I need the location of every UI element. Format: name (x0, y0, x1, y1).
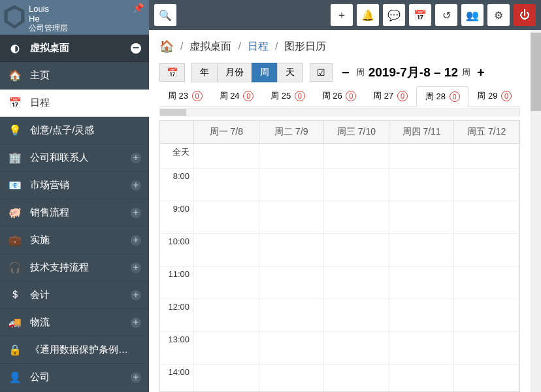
calendar-cell[interactable] (454, 201, 519, 234)
calendar-button[interactable]: 📅 (409, 4, 431, 26)
week-tab[interactable]: 周 25 0 (262, 86, 314, 106)
week-tab[interactable]: 周 23 0 (159, 86, 211, 106)
notifications-button[interactable]: 🔔 (357, 4, 379, 26)
view-day-button[interactable]: 天 (277, 63, 303, 82)
calendar-cell[interactable] (454, 332, 519, 365)
user-sub: He (29, 14, 142, 24)
power-button[interactable]: ⏻ (514, 4, 536, 26)
calendar-cell[interactable] (454, 234, 519, 267)
history-button[interactable]: ↺ (435, 4, 457, 26)
calendar-cell[interactable] (194, 365, 259, 391)
collapse-icon[interactable]: – (131, 43, 141, 54)
sidebar-item-person[interactable]: 👤公司+ (0, 364, 149, 391)
sidebar-item-piggy[interactable]: 🐖销售流程+ (0, 199, 149, 227)
calendar-cell[interactable] (259, 267, 325, 299)
sidebar-item-calendar[interactable]: 📅日程 (0, 90, 149, 117)
hour-row: 10:00 (160, 234, 519, 267)
week-tab[interactable]: 周 28 0 (416, 86, 469, 107)
sidebar-item-case[interactable]: 💼实施+ (0, 227, 149, 254)
breadcrumb: 🏠 / 虚拟桌面 / 日程 / 图形日历 (159, 39, 520, 54)
calendar-cell[interactable] (259, 144, 325, 169)
breadcrumb-root[interactable]: 虚拟桌面 (189, 40, 231, 54)
sidebar-item-truck[interactable]: 🚚物流+ (0, 309, 149, 336)
vertical-scrollbar[interactable] (531, 30, 541, 392)
calendar-cell[interactable] (389, 144, 455, 169)
calendar-cell[interactable] (259, 169, 325, 201)
view-week-button[interactable]: 周 (252, 63, 278, 82)
range-prev[interactable]: − (339, 65, 352, 80)
expand-icon[interactable]: + (131, 263, 141, 273)
sidebar-item-building[interactable]: 🏢公司和联系人+ (0, 144, 149, 172)
calendar-cell[interactable] (259, 234, 325, 267)
calendar-cell[interactable] (389, 267, 455, 299)
calendar-cell[interactable] (389, 365, 455, 391)
calendar-cell[interactable] (324, 234, 389, 267)
calendar-cell[interactable] (194, 201, 259, 234)
calendar-cell[interactable] (259, 332, 325, 365)
sidebar-header-virtual-desktop[interactable]: ◐ 虚拟桌面 – (0, 35, 149, 62)
calendar-cell[interactable] (324, 144, 389, 169)
search-button[interactable]: 🔍 (154, 4, 176, 26)
week-tab[interactable]: 周 24 0 (211, 86, 263, 106)
calendar-cell[interactable] (194, 169, 259, 201)
chat-button[interactable]: 💬 (383, 4, 405, 26)
week-tab[interactable]: 周 26 0 (314, 86, 365, 106)
view-month-button[interactable]: 月份 (217, 63, 252, 82)
week-tab-label: 周 28 (425, 91, 446, 101)
add-button[interactable]: ＋ (331, 4, 353, 26)
calendar-cell[interactable] (389, 332, 455, 365)
tasks-toggle-button[interactable]: ☑ (310, 63, 333, 82)
calendar-cell[interactable] (194, 332, 259, 365)
calendar-cell[interactable] (389, 169, 455, 201)
calendar-cell[interactable] (194, 267, 259, 299)
expand-icon[interactable]: + (131, 180, 141, 191)
calendar-cell[interactable] (259, 201, 325, 234)
calendar-cell[interactable] (324, 365, 389, 391)
calendar-cell[interactable] (454, 365, 519, 391)
calendar-cell[interactable] (454, 267, 519, 299)
sidebar-item-dollar[interactable]: ＄会计+ (0, 282, 149, 309)
expand-icon[interactable]: + (131, 318, 141, 328)
calendar-cell[interactable] (194, 144, 259, 169)
sidebar-item-bulb[interactable]: 💡创意/点子/灵感 (0, 117, 149, 144)
vertical-scrollbar-thumb[interactable] (531, 33, 541, 111)
home-icon[interactable]: 🏠 (159, 39, 174, 54)
calendar-cell[interactable] (454, 144, 519, 169)
breadcrumb-mid[interactable]: 日程 (248, 40, 269, 54)
users-button[interactable]: 👥 (461, 4, 484, 26)
expand-icon[interactable]: + (131, 235, 141, 246)
calendar-cell[interactable] (324, 169, 389, 201)
calendar-cell[interactable] (259, 299, 325, 332)
calendar-cell[interactable] (194, 234, 259, 267)
week-tab[interactable]: 周 27 0 (365, 86, 416, 106)
calendar-cell[interactable] (324, 332, 389, 365)
calendar-icon-button[interactable]: 📅 (159, 63, 185, 82)
calendar-cell[interactable] (324, 201, 389, 234)
expand-icon[interactable]: + (131, 153, 141, 163)
settings-button[interactable]: ⚙ (487, 4, 510, 26)
calendar-cell[interactable] (259, 365, 325, 391)
expand-icon[interactable]: + (131, 290, 141, 301)
calendar-cell[interactable] (324, 299, 389, 332)
scrollbar-thumb[interactable] (160, 109, 186, 116)
horizontal-scrollbar[interactable] (159, 108, 520, 116)
sidebar-item-headset[interactable]: 🎧技术支持流程+ (0, 254, 149, 282)
pin-icon[interactable]: 📌 (133, 3, 144, 13)
sidebar-item-home[interactable]: 🏠主页 (0, 62, 149, 90)
expand-icon[interactable]: + (131, 372, 141, 383)
sidebar-item-lock[interactable]: 🔒《通用数据保护条例… (0, 336, 149, 364)
sidebar-item-label: 主页 (30, 69, 141, 82)
calendar-body[interactable]: 全天8:009:0010:0011:0012:0013:0014:00 (160, 144, 519, 391)
view-year-button[interactable]: 年 (191, 63, 218, 82)
calendar-cell[interactable] (454, 299, 519, 332)
calendar-cell[interactable] (324, 267, 389, 299)
calendar-cell[interactable] (389, 201, 455, 234)
expand-icon[interactable]: + (131, 208, 141, 218)
sidebar-item-mail[interactable]: 📧市场营销+ (0, 172, 149, 199)
range-next[interactable]: + (474, 65, 487, 80)
calendar-cell[interactable] (194, 299, 259, 332)
calendar-cell[interactable] (454, 169, 519, 201)
calendar-cell[interactable] (389, 234, 455, 267)
calendar-cell[interactable] (389, 299, 455, 332)
week-tab[interactable]: 周 29 0 (468, 86, 520, 106)
